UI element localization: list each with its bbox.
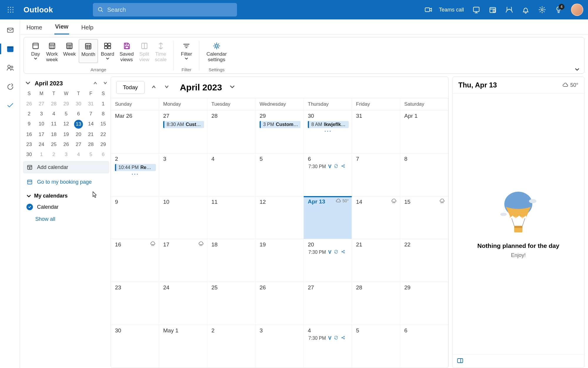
mini-day[interactable]: 1	[35, 150, 48, 159]
day-cell[interactable]: Apr 1350°	[304, 196, 352, 239]
rail-files-icon[interactable]	[5, 81, 15, 92]
my-day-icon[interactable]	[489, 6, 497, 14]
search-input[interactable]	[107, 6, 233, 13]
app-launcher-icon[interactable]	[5, 6, 16, 13]
mini-day[interactable]: 28	[85, 140, 97, 149]
mini-day[interactable]: 1	[97, 100, 109, 108]
mini-day[interactable]: 27	[35, 100, 48, 108]
agenda-expand-icon[interactable]	[457, 358, 464, 365]
mini-day[interactable]: 13	[74, 120, 83, 129]
day-cell[interactable]: 8	[400, 153, 448, 196]
mini-day[interactable]: 27	[72, 140, 85, 149]
prev-period-button[interactable]	[150, 84, 158, 91]
day-cell[interactable]: 16	[111, 239, 159, 282]
day-cell[interactable]: 17	[159, 239, 207, 282]
day-cell[interactable]: Apr 1	[400, 110, 448, 153]
saved-views-button[interactable]: Saved views	[117, 39, 136, 63]
day-cell[interactable]: 5	[352, 325, 400, 368]
mini-day[interactable]: 30	[23, 150, 35, 159]
mini-day[interactable]: 31	[85, 100, 97, 108]
calendar-list-item[interactable]: Calendar	[23, 201, 109, 213]
calendar-settings-button[interactable]: Calendar settings	[204, 39, 229, 63]
calendar-event[interactable]: 7:30 PMV	[308, 336, 349, 341]
mini-day[interactable]: 18	[48, 130, 60, 139]
day-cell[interactable]: Mar 26	[111, 110, 159, 153]
mini-day[interactable]: 24	[35, 140, 48, 149]
add-calendar-button[interactable]: Add calendar	[23, 161, 109, 173]
day-cell[interactable]: 14	[352, 196, 400, 239]
day-cell[interactable]: 2	[207, 325, 255, 368]
mini-day[interactable]: 29	[60, 100, 72, 108]
day-cell[interactable]: 9	[111, 196, 159, 239]
rail-calendar-icon[interactable]	[5, 44, 15, 54]
day-cell[interactable]: 30	[111, 325, 159, 368]
rail-todo-icon[interactable]	[5, 100, 15, 111]
mini-day[interactable]: 25	[48, 140, 60, 149]
mini-day[interactable]: 12	[60, 120, 72, 129]
rail-people-icon[interactable]	[5, 62, 15, 73]
settings-icon[interactable]	[538, 6, 546, 14]
teams-call-label[interactable]: Teams call	[439, 7, 464, 13]
view-month-button[interactable]: Month	[79, 39, 98, 63]
agenda-weather[interactable]: 50°	[562, 82, 578, 88]
day-cell[interactable]: 19	[255, 239, 304, 282]
tab-view[interactable]: View	[54, 20, 69, 34]
day-cell[interactable]: 12	[255, 196, 304, 239]
day-cell[interactable]: 22	[400, 239, 448, 282]
mini-day[interactable]: 5	[85, 150, 97, 159]
my-calendars-header[interactable]: My calendars	[23, 188, 109, 201]
mini-day[interactable]: 6	[72, 110, 85, 118]
day-cell[interactable]: May 1	[159, 325, 207, 368]
mini-day[interactable]: 26	[60, 140, 72, 149]
period-dropdown-chevron[interactable]	[230, 84, 235, 90]
mini-prev-month[interactable]	[93, 81, 98, 87]
day-cell[interactable]: 28	[352, 282, 400, 325]
day-weather-icon[interactable]	[439, 199, 445, 204]
day-cell[interactable]: 10	[159, 196, 207, 239]
day-cell[interactable]: 4	[207, 153, 255, 196]
mini-day[interactable]: 2	[23, 110, 35, 118]
mini-day[interactable]: 26	[23, 100, 35, 108]
mini-day[interactable]: 4	[48, 110, 60, 118]
day-cell[interactable]: 28	[207, 110, 255, 153]
show-all-calendars[interactable]: Show all	[32, 213, 109, 226]
calendar-event[interactable]: 7:30 PMV	[308, 164, 349, 169]
day-weather-icon[interactable]	[198, 241, 204, 247]
more-events-button[interactable]: ···	[308, 129, 349, 134]
meet-now-icon[interactable]	[472, 6, 480, 14]
day-cell[interactable]: 207:30 PMV	[304, 239, 352, 282]
mini-day[interactable]: 10	[35, 120, 48, 129]
mini-day[interactable]: 2	[48, 150, 60, 159]
mini-day[interactable]: 17	[35, 130, 48, 139]
mini-collapse-chevron[interactable]	[25, 81, 32, 87]
next-period-button[interactable]	[163, 84, 171, 91]
day-cell[interactable]: 3	[159, 153, 207, 196]
day-cell[interactable]: 47:30 PMV	[304, 325, 352, 368]
mini-day[interactable]: 9	[23, 120, 35, 129]
view-week-button[interactable]: Week	[61, 39, 78, 63]
day-cell[interactable]: 278:30 AMCustom	[159, 110, 207, 153]
day-cell[interactable]: 3	[255, 325, 304, 368]
ribbon-mode-icon[interactable]	[505, 6, 513, 14]
day-weather[interactable]: 50°	[335, 198, 349, 203]
day-cell[interactable]: 210:44 PMReserv···	[111, 153, 159, 196]
booking-page-link[interactable]: Go to my booking page	[23, 176, 109, 188]
day-cell[interactable]: 26	[255, 282, 304, 325]
mini-day[interactable]: 5	[60, 110, 72, 118]
day-cell[interactable]: 6	[400, 325, 448, 368]
day-cell[interactable]: 5	[255, 153, 304, 196]
calendar-event[interactable]: 3 PMCustom ev	[260, 121, 300, 128]
mini-day[interactable]: 21	[85, 130, 97, 139]
day-cell[interactable]: 25	[207, 282, 255, 325]
day-cell[interactable]: 29	[400, 282, 448, 325]
mini-day[interactable]: 23	[23, 140, 35, 149]
day-cell[interactable]: 23	[111, 282, 159, 325]
mini-day[interactable]: 20	[72, 130, 85, 139]
mini-next-month[interactable]	[103, 81, 108, 87]
today-button[interactable]: Today	[116, 81, 145, 94]
day-cell[interactable]: 21	[352, 239, 400, 282]
search-box[interactable]	[93, 3, 237, 16]
mini-day[interactable]: 19	[60, 130, 72, 139]
day-weather-icon[interactable]	[150, 241, 156, 247]
more-events-button[interactable]: ···	[115, 172, 156, 177]
